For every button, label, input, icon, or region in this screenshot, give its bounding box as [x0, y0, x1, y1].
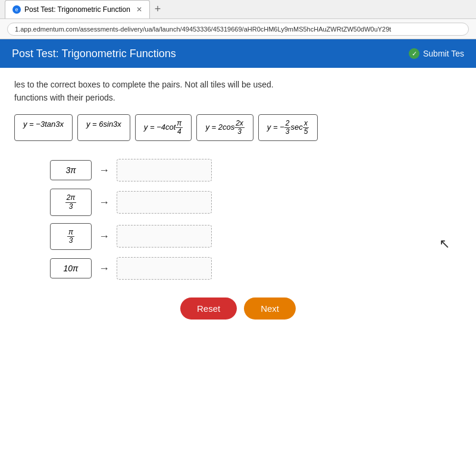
- page-title: Post Test: Trigonometric Functions: [12, 48, 176, 60]
- period-box-4: 10π: [50, 258, 92, 278]
- cursor-indicator: ↖: [439, 236, 450, 252]
- match-row-2: 2π3 →: [50, 189, 212, 215]
- tab-label: Post Test: Trigonometric Function: [24, 5, 130, 14]
- function-tile-5[interactable]: y = −23secx5: [258, 114, 318, 141]
- active-tab[interactable]: e Post Test: Trigonometric Function ✕: [5, 0, 150, 18]
- function-tile-1[interactable]: y = −3tan3x: [14, 114, 73, 141]
- app-header: Post Test: Trigonometric Functions ✓ Sub…: [0, 39, 476, 68]
- instruction-line1: les to the correct boxes to complete the…: [14, 80, 462, 89]
- period-box-3: π3: [50, 223, 92, 250]
- matching-section: 3π → 2π3 → π3 →: [14, 159, 462, 280]
- answer-drop-4[interactable]: [117, 257, 212, 280]
- match-row-1: 3π →: [50, 159, 212, 181]
- function-tile-4[interactable]: y = 2cos2x3: [196, 114, 253, 141]
- function-tile-2[interactable]: y = 6sin3x: [77, 114, 130, 141]
- submit-test-button[interactable]: ✓ Submit Tes: [409, 48, 464, 59]
- address-bar: 1.app.edmentum.com/assessments-delivery/…: [0, 19, 476, 39]
- answer-drop-3[interactable]: [117, 225, 212, 248]
- arrow-2: →: [99, 196, 109, 209]
- submit-check-icon: ✓: [409, 48, 419, 59]
- address-input[interactable]: 1.app.edmentum.com/assessments-delivery/…: [7, 23, 469, 36]
- period-box-1: 3π: [50, 160, 92, 180]
- match-row-4: 10π →: [50, 257, 212, 280]
- tab-favicon: e: [12, 5, 21, 14]
- period-box-2: 2π3: [50, 189, 92, 215]
- arrow-1: →: [99, 164, 109, 177]
- reset-button[interactable]: Reset: [180, 298, 237, 320]
- submit-label: Submit Tes: [423, 49, 464, 58]
- instruction-line2: functions with their periods.: [14, 93, 462, 102]
- arrow-3: →: [99, 230, 109, 243]
- new-tab-icon[interactable]: +: [150, 3, 166, 15]
- content-area: les to the correct boxes to complete the…: [0, 68, 476, 476]
- browser-tab-bar: e Post Test: Trigonometric Function ✕ +: [0, 0, 476, 19]
- answer-drop-1[interactable]: [117, 159, 212, 181]
- next-button[interactable]: Next: [244, 298, 296, 320]
- function-tile-3[interactable]: y = −4cotπ4: [135, 114, 192, 141]
- tiles-container: y = −3tan3x y = 6sin3x y = −4cotπ4 y = 2…: [14, 114, 462, 141]
- arrow-4: →: [99, 262, 109, 275]
- match-row-3: π3 →: [50, 223, 212, 250]
- answer-drop-2[interactable]: [117, 191, 212, 214]
- buttons-row: Reset Next: [14, 298, 462, 320]
- cursor-icon: ↖: [439, 236, 450, 251]
- matching-area: 3π → 2π3 → π3 →: [50, 159, 212, 280]
- tab-close-icon[interactable]: ✕: [136, 5, 142, 14]
